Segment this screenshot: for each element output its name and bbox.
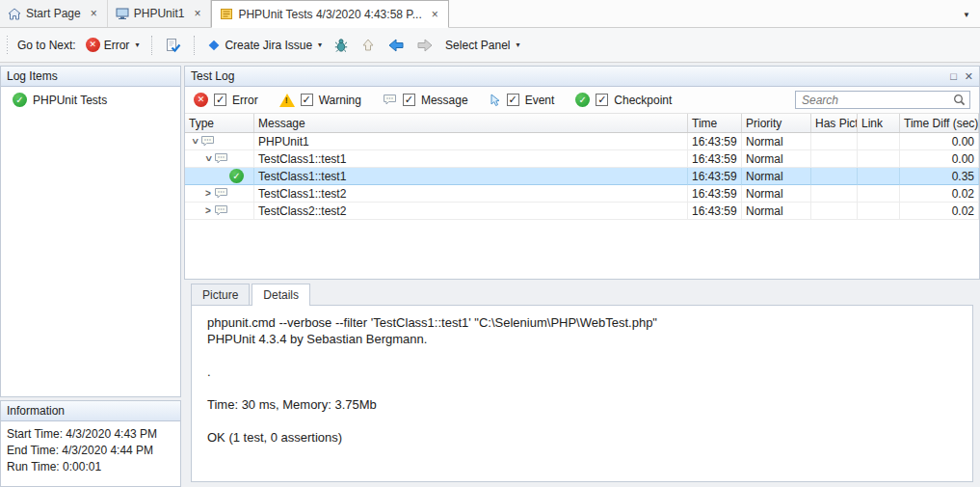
home-icon [8,8,21,20]
tab-label: PHPUnit Tests 4/3/2020 4:43:58 P... [238,8,421,21]
tab-details[interactable]: Details [252,284,310,306]
link-cell [858,185,900,203]
error-checkbox[interactable] [214,94,226,106]
chevron-down-icon: ▾ [135,41,139,49]
filter-event[interactable]: Event [490,94,555,107]
has-picture-cell [811,185,858,203]
has-picture-cell [811,203,858,220]
link-cell [858,203,900,220]
message-cell: TestClass2::test2 [254,203,688,220]
close-panel-icon[interactable]: ✕ [965,70,973,83]
information-title: Information [7,404,65,418]
filter-checkpoint-label: Checkpoint [614,94,672,107]
expand-collapse-icon[interactable]: > [190,136,200,148]
post-defect-button[interactable] [330,35,353,56]
sidebar: Log Items ✓ PHPUnit Tests Information St… [0,66,181,487]
forward-button[interactable] [412,35,437,56]
tab-picture[interactable]: Picture [191,284,250,305]
log-row-testclass1-test2[interactable]: > TestClass1::test2 16:43:59 Normal 0.02 [185,185,979,203]
information-content: Start Time: 4/3/2020 4:43 PM End Time: 4… [1,421,180,480]
priority-cell: Normal [742,185,811,203]
toolbar-separator [194,36,195,55]
message-icon [200,135,215,148]
log-row-phpunit1[interactable]: > PHPUnit1 16:43:59 Normal 0.00 [185,133,979,150]
bug-icon [333,38,349,53]
column-header-time[interactable]: Time [688,114,742,132]
filter-checkpoint[interactable]: ✓ Checkpoint [575,93,672,107]
tab-start-page[interactable]: Start Page × [0,0,108,27]
filter-warning[interactable]: ! Warning [279,94,361,107]
move-up-button[interactable] [357,35,380,56]
chevron-down-icon: ▾ [516,41,520,49]
close-icon[interactable]: × [192,8,202,19]
tab-phpunit-tests-log[interactable]: PHPUnit Tests 4/3/2020 4:43:58 P... × [211,0,448,28]
expand-collapse-icon[interactable]: > [202,188,214,199]
toolbar-grip[interactable] [6,36,10,55]
link-cell [858,150,900,168]
log-row-testclass1-test1-selected[interactable]: ✓ TestClass1::test1 16:43:59 Normal 0.35 [185,168,979,185]
select-panel-button[interactable]: Select Panel ▾ [441,36,523,55]
main-area: Test Log □ ✕ ✕ Error ! [184,66,980,487]
checkmark-icon: ✓ [229,169,244,183]
column-header-type[interactable]: Type [185,114,254,132]
log-items-header: Log Items [1,67,180,87]
back-button[interactable] [384,35,409,56]
filter-error-label: Error [232,94,258,107]
warning-checkbox[interactable] [301,94,313,106]
tab-phpunit1[interactable]: PHPUnit1 × [108,0,212,27]
filter-error[interactable]: ✕ Error [194,93,258,107]
type-cell: > [185,203,254,220]
main-toolbar: Go to Next: ✕ Error ▾ Create Jira Issue … [0,28,980,63]
checkpoint-checkbox[interactable] [596,94,608,106]
toolbar-separator [151,36,152,55]
type-cell: > [185,185,254,203]
check-log-button[interactable] [161,35,185,56]
log-item-phpunit-tests[interactable]: ✓ PHPUnit Tests [5,91,176,109]
filter-message-label: Message [421,94,468,107]
type-cell: > [185,133,254,150]
float-panel-icon[interactable]: □ [950,70,957,83]
message-icon [383,94,397,106]
warning-icon: ! [279,94,295,107]
search-box [795,91,970,109]
message-cell: TestClass1::test1 [254,150,688,168]
filter-message[interactable]: Message [383,94,468,107]
log-items-panel: Log Items ✓ PHPUnit Tests [0,66,181,397]
close-icon[interactable]: × [430,9,440,20]
chevron-down-icon: ▼ [963,11,970,19]
column-header-priority[interactable]: Priority [742,114,811,132]
search-icon[interactable] [953,94,966,106]
link-cell [858,133,900,150]
end-time: End Time: 4/3/2020 4:44 PM [7,443,174,459]
go-to-next-error-button[interactable]: ✕ Error ▾ [82,35,144,55]
search-input[interactable] [802,94,953,107]
time-diff-cell: 0.35 [900,168,979,185]
link-cell [858,168,900,185]
error-icon: ✕ [86,38,100,52]
select-panel-label: Select Panel [445,39,510,52]
event-checkbox[interactable] [507,94,519,106]
log-items-title: Log Items [7,69,58,83]
cursor-icon [490,94,501,107]
create-jira-issue-button[interactable]: Create Jira Issue ▾ [203,36,326,55]
log-table-body: > PHPUnit1 16:43:59 Normal 0.00 [185,133,979,220]
expand-collapse-icon[interactable]: > [202,205,214,216]
column-header-message[interactable]: Message [254,114,688,132]
close-icon[interactable]: × [89,8,99,19]
log-row-testclass2-test2[interactable]: > TestClass2::test2 16:43:59 Normal 0.02 [185,203,979,220]
expand-collapse-icon[interactable]: > [203,153,214,165]
information-panel: Information Start Time: 4/3/2020 4:43 PM… [0,400,181,487]
filter-warning-label: Warning [319,94,361,107]
type-cell: > [185,150,254,168]
log-row-testclass1-test1-group[interactable]: > TestClass1::test1 16:43:59 Normal 0.00 [185,150,979,168]
time-diff-cell: 0.00 [900,150,979,168]
column-header-link[interactable]: Link [858,114,900,132]
message-icon [214,187,228,200]
column-header-has-picture[interactable]: Has Picture [811,114,858,132]
details-line: phpunit.cmd --verbose --filter 'TestClas… [207,314,963,331]
test-log-panel: Test Log □ ✕ ✕ Error ! [184,66,980,280]
column-header-time-diff[interactable]: Time Diff (sec) [900,114,979,132]
message-checkbox[interactable] [403,94,415,106]
application-window: Start Page × PHPUnit1 × PHPUnit Tests 4/… [0,0,980,487]
tab-list-dropdown-button[interactable]: ▼ [951,3,980,24]
